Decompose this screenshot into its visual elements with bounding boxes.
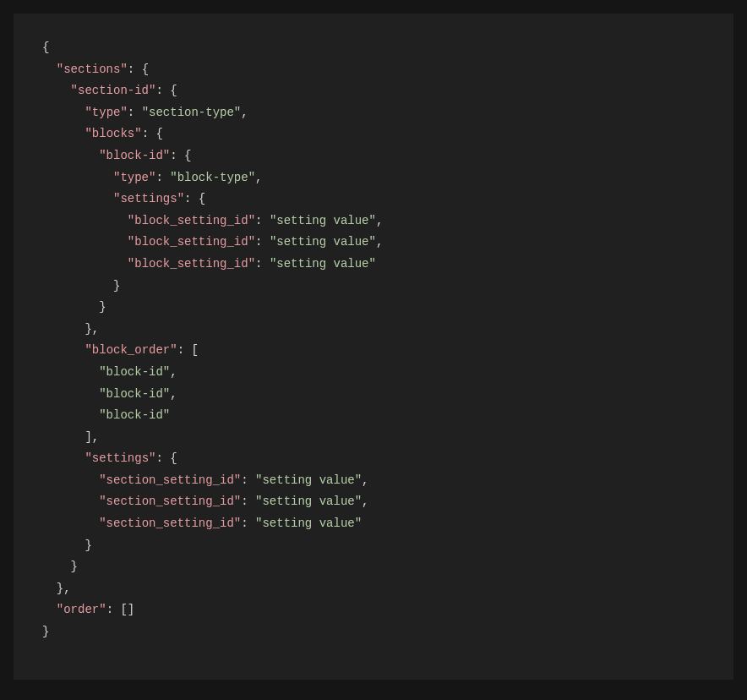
code-token-punctuation: } <box>99 300 106 314</box>
code-token-operator: : <box>142 127 156 140</box>
code-token-property: "block-id" <box>99 149 170 162</box>
code-token-punctuation: , <box>170 365 177 379</box>
code-token-punctuation <box>42 517 99 530</box>
code-token-property: "type" <box>85 106 127 119</box>
code-token-punctuation: { <box>199 192 205 205</box>
code-token-punctuation: , <box>376 235 383 249</box>
code-token-punctuation <box>42 214 128 227</box>
code-token-punctuation <box>42 257 128 271</box>
code-token-punctuation: { <box>170 84 177 97</box>
code-token-punctuation: } <box>113 279 120 293</box>
code-token-punctuation <box>42 127 85 140</box>
code-token-punctuation <box>42 430 85 444</box>
code-token-string: "block-type" <box>170 171 255 184</box>
code-token-operator: : <box>255 214 270 227</box>
code-token-punctuation <box>42 539 85 552</box>
code-token-string: "setting value" <box>270 214 376 227</box>
code-token-property: "section_setting_id" <box>99 517 241 530</box>
code-token-string: "setting value" <box>270 257 376 271</box>
code-token-punctuation: { <box>42 41 49 54</box>
code-token-punctuation: , <box>376 214 383 227</box>
code-token-punctuation <box>42 322 85 336</box>
code-token-string: "setting value" <box>270 235 376 249</box>
code-token-punctuation <box>42 582 57 595</box>
code-token-punctuation: , <box>170 387 177 401</box>
code-token-property: "settings" <box>85 451 155 465</box>
code-token-operator: : <box>184 192 199 205</box>
code-token-punctuation: , <box>255 171 262 184</box>
code-token-property: "section_setting_id" <box>99 495 241 508</box>
code-token-property: "order" <box>57 603 106 616</box>
code-token-operator: : <box>106 603 121 616</box>
code-token-punctuation <box>42 343 85 357</box>
code-token-punctuation: } <box>71 560 78 573</box>
code-token-punctuation <box>42 84 71 97</box>
code-token-punctuation <box>42 171 113 184</box>
code-token-punctuation: { <box>142 63 149 76</box>
code-token-punctuation <box>42 408 99 422</box>
code-token-operator: : <box>128 106 142 119</box>
code-token-punctuation: { <box>184 149 191 162</box>
code-token-property: "section_setting_id" <box>99 473 241 487</box>
code-token-string: "setting value" <box>255 473 362 487</box>
code-token-operator: : <box>155 451 170 465</box>
code-token-punctuation <box>42 473 99 487</box>
code-token-punctuation <box>42 300 99 314</box>
code-token-string: "block-id" <box>99 387 170 401</box>
code-token-property: "block_setting_id" <box>128 257 255 271</box>
code-token-punctuation <box>42 63 57 76</box>
code-token-operator: : <box>255 257 270 271</box>
code-token-punctuation: { <box>155 127 162 140</box>
code-token-punctuation <box>42 387 99 401</box>
code-token-punctuation <box>42 279 113 293</box>
code-token-operator: : <box>255 235 270 249</box>
code-token-punctuation: ], <box>85 430 99 444</box>
code-token-property: "settings" <box>113 192 184 205</box>
code-token-property: "block_setting_id" <box>128 214 255 227</box>
code-token-string: "block-id" <box>99 408 170 422</box>
code-token-punctuation <box>42 560 71 573</box>
code-token-punctuation: [ <box>191 343 198 357</box>
code-token-string: "setting value" <box>255 517 362 530</box>
code-token-operator: : <box>177 343 192 357</box>
code-token-operator: : <box>170 149 184 162</box>
code-token-punctuation <box>42 235 128 249</box>
code-token-property: "type" <box>113 171 155 184</box>
code-token-operator: : <box>241 517 255 530</box>
code-token-string: "section-type" <box>142 106 242 119</box>
code-token-punctuation: }, <box>85 322 99 336</box>
code-token-punctuation <box>42 451 85 465</box>
code-token-operator: : <box>241 473 255 487</box>
code-token-punctuation: } <box>42 625 49 638</box>
code-token-property: "section-id" <box>71 84 156 97</box>
code-token-punctuation: , <box>362 473 368 487</box>
code-token-punctuation <box>42 192 113 205</box>
json-code-block: { "sections": { "section-id": { "type": … <box>42 37 705 643</box>
code-token-punctuation <box>42 149 99 162</box>
code-token-punctuation: , <box>362 495 368 508</box>
code-token-string: "setting value" <box>255 495 362 508</box>
code-token-property: "block_order" <box>85 343 177 357</box>
code-token-property: "blocks" <box>85 127 141 140</box>
code-token-punctuation <box>42 495 99 508</box>
code-token-property: "block_setting_id" <box>128 235 255 249</box>
code-token-punctuation: { <box>170 451 177 465</box>
code-token-operator: : <box>241 495 255 508</box>
code-token-punctuation: }, <box>57 582 71 595</box>
code-token-property: "sections" <box>57 63 128 76</box>
code-token-punctuation <box>42 106 85 119</box>
code-token-string: "block-id" <box>99 365 170 379</box>
code-token-operator: : <box>128 63 142 76</box>
code-token-punctuation <box>42 365 99 379</box>
code-token-punctuation: [] <box>120 603 134 616</box>
code-token-operator: : <box>155 171 170 184</box>
code-token-operator: : <box>155 84 170 97</box>
code-token-punctuation: , <box>241 106 248 119</box>
code-block-container: { "sections": { "section-id": { "type": … <box>14 14 733 680</box>
code-token-punctuation <box>42 603 57 616</box>
code-token-punctuation: } <box>85 539 91 552</box>
